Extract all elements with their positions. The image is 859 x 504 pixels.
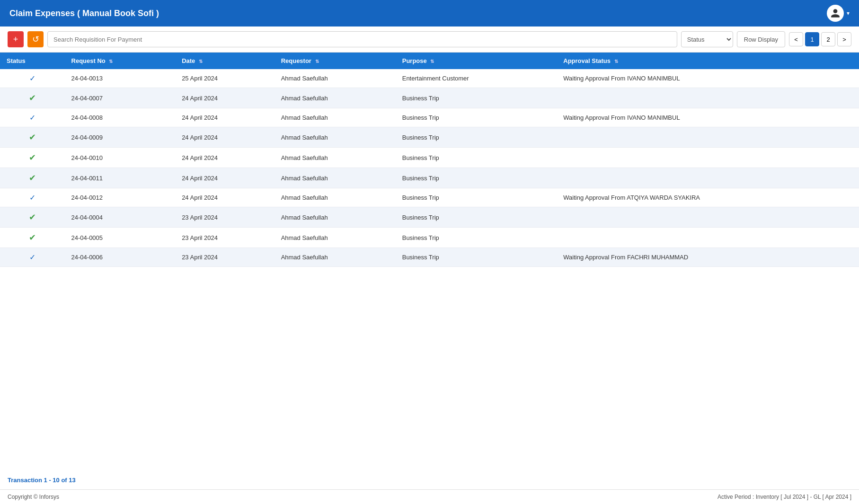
row-display-button[interactable]: Row Display <box>737 31 785 47</box>
request-no-cell: 24-04-0013 <box>65 69 176 88</box>
toolbar: + ↺ Status Row Display < 1 2 > <box>0 27 859 53</box>
bottom-bar: Copyright © Inforsys Active Period : Inv… <box>0 489 859 504</box>
purpose-cell: Business Trip <box>396 148 557 168</box>
status-cell: ✔ <box>0 148 65 168</box>
next-page-button[interactable]: > <box>837 32 851 46</box>
col-date[interactable]: Date ⇅ <box>175 53 275 69</box>
refresh-button[interactable]: ↺ <box>27 31 44 47</box>
prev-page-button[interactable]: < <box>789 32 803 46</box>
approval-status-cell: Waiting Approval From ATQIYA WARDA SYAKI… <box>557 188 859 207</box>
check-circle-icon: ✔ <box>29 153 36 162</box>
user-icon <box>830 8 841 18</box>
requestor-cell: Ahmad Saefullah <box>275 248 396 267</box>
pagination: < 1 2 > <box>789 32 851 46</box>
check-icon: ✓ <box>29 253 35 261</box>
col-requestor[interactable]: Requestor ⇅ <box>275 53 396 69</box>
approval-status-cell <box>557 88 859 108</box>
requestor-cell: Ahmad Saefullah <box>275 127 396 148</box>
col-purpose[interactable]: Purpose ⇅ <box>396 53 557 69</box>
requestor-cell: Ahmad Saefullah <box>275 168 396 188</box>
purpose-cell: Business Trip <box>396 88 557 108</box>
request-no-cell: 24-04-0004 <box>65 207 176 228</box>
user-menu-arrow[interactable]: ▾ <box>847 10 850 17</box>
purpose-cell: Entertainment Customer <box>396 69 557 88</box>
sort-icon-requestor: ⇅ <box>315 59 319 64</box>
copyright: Copyright © Inforsys <box>8 494 59 500</box>
status-cell: ✓ <box>0 69 65 88</box>
page-title: Claim Expenses ( Manual Book Sofi ) <box>9 9 159 18</box>
table-row[interactable]: ✓24-04-001224 April 2024Ahmad SaefullahB… <box>0 188 859 207</box>
status-cell: ✓ <box>0 248 65 267</box>
check-icon: ✓ <box>29 114 35 122</box>
table-row[interactable]: ✔24-04-001124 April 2024Ahmad SaefullahB… <box>0 168 859 188</box>
request-no-cell: 24-04-0012 <box>65 188 176 207</box>
table-row[interactable]: ✓24-04-000824 April 2024Ahmad SaefullahB… <box>0 108 859 127</box>
check-circle-icon: ✔ <box>29 133 36 142</box>
date-cell: 24 April 2024 <box>175 168 275 188</box>
search-input[interactable] <box>47 31 677 47</box>
approval-status-cell <box>557 228 859 248</box>
status-cell: ✓ <box>0 108 65 127</box>
request-no-cell: 24-04-0007 <box>65 88 176 108</box>
status-select[interactable]: Status <box>681 31 733 47</box>
purpose-cell: Business Trip <box>396 127 557 148</box>
sort-icon-purpose: ⇅ <box>430 59 434 64</box>
page-2-button[interactable]: 2 <box>821 32 835 46</box>
purpose-cell: Business Trip <box>396 248 557 267</box>
request-no-cell: 24-04-0006 <box>65 248 176 267</box>
request-no-cell: 24-04-0011 <box>65 168 176 188</box>
requestor-cell: Ahmad Saefullah <box>275 88 396 108</box>
status-cell: ✔ <box>0 168 65 188</box>
user-avatar-button[interactable] <box>827 5 844 22</box>
approval-status-cell <box>557 168 859 188</box>
date-cell: 23 April 2024 <box>175 248 275 267</box>
col-status: Status <box>0 53 65 69</box>
requestor-cell: Ahmad Saefullah <box>275 148 396 168</box>
table-row[interactable]: ✓24-04-001325 April 2024Ahmad SaefullahE… <box>0 69 859 88</box>
table-row[interactable]: ✔24-04-000523 April 2024Ahmad SaefullahB… <box>0 228 859 248</box>
add-button[interactable]: + <box>8 31 24 47</box>
purpose-cell: Business Trip <box>396 188 557 207</box>
table-wrapper: Status Request No ⇅ Date ⇅ Requestor ⇅ P… <box>0 53 859 471</box>
check-circle-icon: ✔ <box>29 212 36 222</box>
approval-status-cell <box>557 207 859 228</box>
approval-status-cell: Waiting Approval From IVANO MANIMBUL <box>557 108 859 127</box>
purpose-cell: Business Trip <box>396 108 557 127</box>
data-table: Status Request No ⇅ Date ⇅ Requestor ⇅ P… <box>0 53 859 267</box>
table-header: Status Request No ⇅ Date ⇅ Requestor ⇅ P… <box>0 53 859 69</box>
check-circle-icon: ✔ <box>29 233 36 242</box>
purpose-cell: Business Trip <box>396 207 557 228</box>
check-icon: ✓ <box>29 74 35 82</box>
table-row[interactable]: ✓24-04-000623 April 2024Ahmad SaefullahB… <box>0 248 859 267</box>
date-cell: 24 April 2024 <box>175 188 275 207</box>
table-row[interactable]: ✔24-04-000724 April 2024Ahmad SaefullahB… <box>0 88 859 108</box>
date-cell: 24 April 2024 <box>175 88 275 108</box>
table-row[interactable]: ✔24-04-000924 April 2024Ahmad SaefullahB… <box>0 127 859 148</box>
status-cell: ✔ <box>0 228 65 248</box>
page-1-button[interactable]: 1 <box>805 32 819 46</box>
sort-icon-date: ⇅ <box>199 59 203 64</box>
status-cell: ✔ <box>0 88 65 108</box>
requestor-cell: Ahmad Saefullah <box>275 228 396 248</box>
date-cell: 23 April 2024 <box>175 228 275 248</box>
col-request-no[interactable]: Request No ⇅ <box>65 53 176 69</box>
transaction-info: Transaction 1 - 10 of 13 <box>0 471 859 489</box>
date-cell: 24 April 2024 <box>175 127 275 148</box>
request-no-cell: 24-04-0008 <box>65 108 176 127</box>
sort-icon-request-no: ⇅ <box>109 59 113 64</box>
requestor-cell: Ahmad Saefullah <box>275 69 396 88</box>
table-body: ✓24-04-001325 April 2024Ahmad SaefullahE… <box>0 69 859 267</box>
status-cell: ✔ <box>0 207 65 228</box>
status-cell: ✓ <box>0 188 65 207</box>
check-icon: ✓ <box>29 194 35 202</box>
approval-status-cell <box>557 148 859 168</box>
sort-icon-approval: ⇅ <box>614 59 618 64</box>
table-row[interactable]: ✔24-04-000423 April 2024Ahmad SaefullahB… <box>0 207 859 228</box>
header-right: ▾ <box>827 5 850 22</box>
table-row[interactable]: ✔24-04-001024 April 2024Ahmad SaefullahB… <box>0 148 859 168</box>
requestor-cell: Ahmad Saefullah <box>275 207 396 228</box>
date-cell: 25 April 2024 <box>175 69 275 88</box>
request-no-cell: 24-04-0010 <box>65 148 176 168</box>
col-approval-status[interactable]: Approval Status ⇅ <box>557 53 859 69</box>
purpose-cell: Business Trip <box>396 168 557 188</box>
